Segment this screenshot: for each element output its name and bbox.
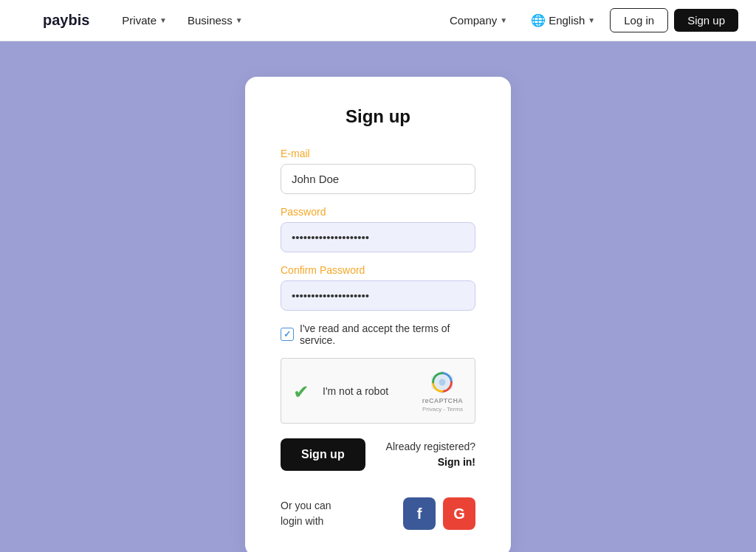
recaptcha-widget[interactable]: ✔ I'm not a robot reCAPTCHA Privacy - Te…: [281, 358, 475, 424]
recaptcha-logo-icon: [429, 369, 456, 396]
confirm-password-group: Confirm Password: [281, 264, 475, 311]
recaptcha-right: reCAPTCHA Privacy - Terms: [422, 369, 463, 413]
social-login-text: Or you canlogin with: [281, 498, 331, 529]
facebook-icon: f: [417, 506, 422, 522]
chevron-down-icon: ▼: [588, 16, 595, 24]
navbar-right: Company ▼ 🌐 English ▼ Log in Sign up: [441, 7, 738, 33]
nav-private[interactable]: Private ▼: [113, 8, 176, 32]
terms-label: I've read and accept the terms of servic…: [300, 322, 475, 346]
chevron-down-icon: ▼: [500, 16, 507, 24]
terms-checkbox-row[interactable]: ✓ I've read and accept the terms of serv…: [281, 322, 475, 346]
recaptcha-brand-text: reCAPTCHA: [422, 397, 463, 404]
email-group: E-mail: [281, 148, 475, 194]
email-label: E-mail: [281, 148, 475, 159]
confirm-password-label: Confirm Password: [281, 264, 475, 276]
google-login-button[interactable]: G: [443, 497, 475, 530]
signup-button[interactable]: Sign up: [281, 438, 365, 471]
main-content: Sign up E-mail Password Confirm Password…: [0, 41, 756, 552]
globe-icon: 🌐: [531, 13, 546, 27]
social-login-row: Or you canlogin with f G: [281, 491, 475, 530]
chevron-down-icon: ▼: [159, 16, 167, 24]
navbar: paybis Private ▼ Business ▼ Company ▼ 🌐 …: [0, 0, 756, 41]
language-menu[interactable]: 🌐 English ▼: [522, 7, 604, 33]
recaptcha-text: I'm not a robot: [323, 385, 388, 397]
login-button[interactable]: Log in: [610, 8, 668, 32]
password-label: Password: [281, 206, 475, 218]
facebook-login-button[interactable]: f: [403, 497, 436, 530]
recaptcha-left: ✔ I'm not a robot: [293, 381, 388, 401]
brand-logo[interactable]: paybis: [18, 10, 89, 31]
recaptcha-links-text: Privacy - Terms: [422, 406, 463, 413]
confirm-password-field[interactable]: [281, 280, 475, 311]
logo-icon: [18, 10, 38, 31]
password-group: Password: [281, 206, 475, 252]
action-row: Sign up Already registered? Sign in!: [281, 438, 475, 471]
card-title: Sign up: [281, 106, 475, 127]
signup-nav-button[interactable]: Sign up: [674, 9, 738, 32]
already-registered-text: Already registered? Sign in!: [386, 439, 475, 470]
signup-card: Sign up E-mail Password Confirm Password…: [245, 77, 511, 552]
logo-text: paybis: [43, 12, 89, 29]
svg-point-0: [439, 379, 446, 386]
signin-link[interactable]: Sign in!: [438, 456, 475, 468]
nav-business[interactable]: Business ▼: [179, 8, 252, 32]
main-nav: Private ▼ Business ▼: [113, 8, 441, 32]
recaptcha-check-icon: ✔: [293, 381, 314, 401]
company-menu[interactable]: Company ▼: [441, 8, 516, 32]
terms-checkbox[interactable]: ✓: [281, 328, 294, 341]
password-field[interactable]: [281, 222, 475, 252]
google-icon: G: [453, 506, 465, 522]
chevron-down-icon: ▼: [236, 16, 243, 24]
checkmark-icon: ✓: [284, 329, 291, 339]
email-field[interactable]: [281, 164, 475, 194]
social-buttons: f G: [403, 497, 475, 530]
